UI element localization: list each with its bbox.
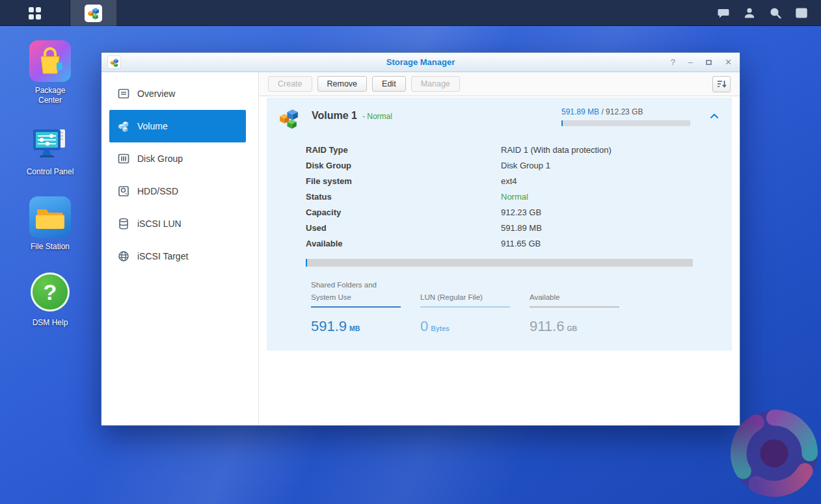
sidebar-item-label: iSCSI Target: [137, 251, 188, 261]
desktop: Package Center Control Panel: [0, 0, 821, 504]
detail-label: Capacity: [306, 207, 501, 217]
notifications-icon: [717, 7, 730, 20]
sidebar-item-iscsi-target[interactable]: iSCSI Target: [109, 240, 246, 272]
desktop-icon-control-panel[interactable]: Control Panel: [23, 122, 77, 177]
usage-progress-bar: [561, 120, 690, 126]
detail-label: Disk Group: [306, 161, 501, 170]
stat-label-line2: Available: [530, 291, 619, 303]
volume-name: Volume 1: [312, 110, 357, 122]
detail-row: Used 591.89 MB: [306, 220, 732, 235]
stat-shared-folders: Shared Folders and System Use 591.9 MB: [311, 280, 401, 335]
sidebar-item-disk-group[interactable]: Disk Group: [109, 142, 246, 175]
sidebar-item-label: Disk Group: [137, 153, 183, 164]
volume-cubes-icon: [117, 120, 130, 133]
sort-button[interactable]: [712, 76, 731, 92]
stat-available: Available 911.6 GB: [530, 280, 619, 335]
iscsi-lun-icon: [117, 217, 130, 230]
manage-button[interactable]: Manage: [411, 76, 460, 92]
user-icon: [743, 7, 756, 20]
question-mark-glyph: ?: [44, 280, 57, 305]
close-button[interactable]: ✕: [723, 57, 733, 68]
sidebar-item-label: Volume: [137, 121, 168, 131]
volume-panel-header: Volume 1 - Normal 591.89 MB / 912.23 GB: [267, 98, 732, 133]
detail-value: 911.65 GB: [501, 239, 541, 248]
overview-icon: [117, 87, 130, 100]
disk-group-icon: [117, 152, 130, 165]
stat-underline: [420, 306, 510, 308]
detail-row: Disk Group Disk Group 1: [306, 157, 732, 173]
sidebar-item-label: HDD/SSD: [137, 186, 178, 196]
search-icon: [769, 7, 782, 20]
chevron-up-icon: [710, 113, 719, 119]
collapse-panel-button[interactable]: [708, 110, 720, 122]
main-menu-button[interactable]: [0, 0, 70, 26]
desktop-swirl-logo: [727, 405, 821, 502]
window-title: Storage Manager: [101, 57, 740, 67]
desktop-icon-file-station[interactable]: File Station: [23, 196, 77, 252]
help-button[interactable]: ?: [669, 57, 677, 68]
detail-label: Used: [306, 223, 501, 233]
remove-button[interactable]: Remove: [317, 76, 368, 92]
detail-label: RAID Type: [306, 145, 501, 155]
stat-underline: [530, 306, 619, 308]
notifications-button[interactable]: [710, 0, 736, 26]
iscsi-target-icon: [117, 250, 130, 263]
stat-value: 0: [420, 318, 428, 335]
detail-row: Status Normal: [306, 189, 732, 204]
volume-stats: Shared Folders and System Use 591.9 MB: [311, 280, 732, 335]
volume-usage-summary: 591.89 MB / 912.23 GB: [561, 107, 690, 126]
volume-details: RAID Type RAID 1 (With data protection) …: [306, 142, 732, 251]
detail-value: Disk Group 1: [501, 161, 550, 170]
stat-unit: GB: [567, 325, 577, 332]
desktop-icon-package-center[interactable]: Package Center: [23, 40, 77, 105]
user-button[interactable]: [736, 0, 762, 26]
create-button[interactable]: Create: [268, 76, 312, 92]
toolbar: Create Remove Edit Manage: [259, 72, 740, 96]
maximize-button[interactable]: [705, 57, 713, 68]
stat-label-line2: LUN (Regular File): [420, 291, 510, 303]
usage-separator: /: [599, 107, 606, 116]
storage-manager-window: Storage Manager ? – ✕ Overview: [101, 52, 740, 426]
detail-label: Status: [306, 192, 501, 202]
sidebar-item-hdd-ssd[interactable]: HDD/SSD: [109, 175, 246, 207]
maximize-icon: [706, 60, 712, 65]
sidebar-item-volume[interactable]: Volume: [109, 110, 246, 142]
usage-total: 912.23 GB: [606, 107, 643, 116]
taskbar-storage-manager-button[interactable]: [70, 0, 117, 26]
stat-label-line2: System Use: [311, 291, 401, 303]
taskbar: [0, 0, 821, 26]
detail-value: 591.89 MB: [501, 223, 542, 233]
usage-used: 591.89 MB: [561, 107, 599, 116]
desktop-icon-dsm-help[interactable]: ? DSM Help: [23, 271, 77, 328]
taskbar-left: [0, 0, 117, 25]
window-titlebar[interactable]: Storage Manager ? – ✕: [101, 53, 740, 72]
dsm-help-icon: ?: [29, 272, 71, 314]
detail-row: File system ext4: [306, 173, 732, 189]
search-button[interactable]: [762, 0, 788, 26]
widgets-button[interactable]: [788, 0, 814, 26]
file-station-icon: [29, 196, 71, 238]
detail-value-status: Normal: [501, 192, 528, 202]
edit-button[interactable]: Edit: [372, 76, 406, 92]
taskbar-right: [710, 0, 821, 25]
control-panel-icon: [29, 122, 71, 163]
main-content: Create Remove Edit Manage: [259, 72, 740, 425]
window-controls: ? – ✕: [669, 57, 733, 68]
sidebar-item-iscsi-lun[interactable]: iSCSI LUN: [109, 207, 246, 240]
desktop-icon-label: DSM Help: [23, 318, 77, 328]
detail-label: Available: [306, 239, 501, 248]
hdd-icon: [117, 185, 130, 198]
volume-panel: Volume 1 - Normal 591.89 MB / 912.23 GB: [267, 98, 732, 351]
desktop-icon-label: Control Panel: [23, 167, 77, 177]
detail-label: File system: [306, 176, 501, 186]
stat-unit: MB: [349, 325, 360, 332]
volume-icon: [277, 106, 301, 130]
detail-row: RAID Type RAID 1 (With data protection): [306, 142, 732, 157]
desktop-icon-label: Package Center: [23, 86, 77, 105]
apps-grid-icon: [29, 7, 41, 20]
detail-value: ext4: [501, 176, 517, 186]
sidebar-item-overview[interactable]: Overview: [109, 77, 246, 110]
window-body: Overview Volume Disk Group: [101, 72, 740, 425]
minimize-button[interactable]: –: [687, 57, 694, 68]
package-center-icon: [29, 40, 71, 82]
